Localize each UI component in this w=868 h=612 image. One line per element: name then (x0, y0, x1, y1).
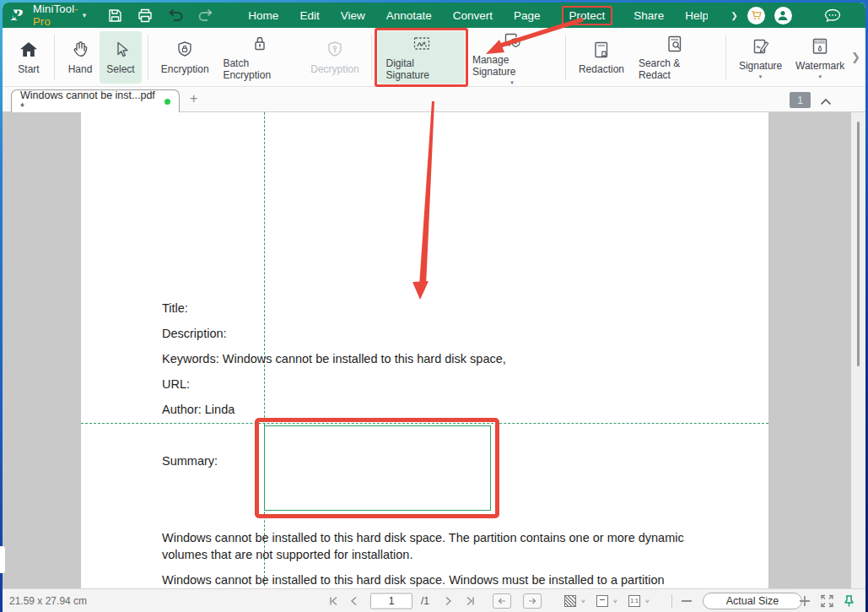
menu-page[interactable]: Page (514, 9, 541, 22)
last-page-button[interactable] (466, 596, 476, 605)
app-window: P MiniTool-Pro ▾ Home Edit View Annotate… (3, 3, 865, 612)
pdf-viewer[interactable]: Title: Description: Keywords: Windows ca… (3, 112, 865, 588)
decryption-label: Decryption (310, 63, 359, 75)
svg-text:MARK: MARK (815, 41, 827, 45)
paragraph: Windows cannot be installed to this hard… (162, 571, 698, 588)
title-bar: P MiniTool-Pro ▾ Home Edit View Annotate… (3, 3, 865, 28)
menu-edit[interactable]: Edit (299, 9, 319, 22)
page-number-badge: 1 (790, 92, 811, 108)
batch-encryption-button[interactable]: Batch Encryption (215, 31, 304, 84)
document-tab-label: Windows cannot be inst...pdf * (20, 89, 158, 113)
signature-pen-icon (750, 35, 772, 57)
next-page-button[interactable] (445, 596, 452, 605)
previous-view-button[interactable] (493, 593, 511, 609)
hand-icon (69, 39, 91, 61)
app-logo-icon: P (10, 7, 27, 24)
toolbar-separator (725, 35, 726, 80)
save-icon (108, 8, 122, 23)
menu-home[interactable]: Home (248, 9, 278, 22)
next-view-button[interactable] (523, 593, 542, 609)
zoom-in-button[interactable] (800, 596, 810, 606)
pin-toolbar-button[interactable] (844, 594, 855, 607)
ribbon-overflow-chevron-icon[interactable]: ❯ (851, 51, 860, 63)
cart-icon (751, 10, 762, 20)
document-tab[interactable]: Windows cannot be inst...pdf * (11, 89, 180, 112)
manage-signature-icon (501, 30, 523, 51)
minimize-button[interactable] (863, 3, 865, 27)
manage-signature-button[interactable]: Manage Signature ▾ (465, 31, 559, 84)
search-redact-icon (664, 33, 686, 55)
feedback-button[interactable] (817, 4, 848, 26)
menu-convert[interactable]: Convert (453, 9, 493, 22)
menu-protect[interactable]: Protect (569, 9, 606, 22)
vertical-scrollbar-thumb[interactable] (857, 122, 860, 366)
page-background-icon[interactable] (564, 595, 576, 607)
first-page-button[interactable] (328, 596, 338, 605)
app-name-main: MiniTool (33, 3, 74, 15)
select-cursor-icon (110, 39, 132, 61)
page-number-input[interactable]: 1 (370, 593, 412, 609)
new-tab-button[interactable]: + (190, 91, 197, 106)
hand-tool-button[interactable]: Hand (61, 31, 100, 84)
shield-lock-icon (174, 39, 196, 61)
print-button[interactable] (130, 4, 160, 26)
summary-label: Summary: (162, 454, 218, 468)
fullscreen-button[interactable] (821, 594, 833, 607)
status-bar: 21.59 x 27.94 cm 1 /1 ˅ ˅ 1:1 ˅ Ac (3, 588, 865, 612)
redo-button[interactable] (191, 4, 221, 26)
digital-signature-button[interactable]: Digital Signature (378, 31, 464, 84)
menu-annotate[interactable]: Annotate (386, 9, 432, 22)
protect-highlight-box: Protect (562, 6, 613, 25)
chevron-up-icon (820, 98, 832, 106)
digital-signature-label: Digital Signature (385, 57, 456, 81)
app-menu-caret-icon[interactable]: ▾ (83, 11, 87, 19)
save-button[interactable] (100, 4, 130, 26)
page-size-label: 21.59 x 27.94 cm (9, 595, 87, 607)
manage-signature-dropdown-icon[interactable]: ▾ (510, 81, 514, 84)
zoom-ratio-icon[interactable]: 1:1 (628, 595, 640, 607)
signature-button[interactable]: Signature ▾ (732, 31, 789, 84)
digital-signature-icon (411, 33, 433, 55)
field-description: Description: (162, 327, 506, 352)
collapse-panel-button[interactable] (820, 94, 832, 109)
undo-button[interactable] (160, 4, 191, 26)
previous-page-button[interactable] (350, 596, 358, 605)
unsaved-indicator-dot (164, 99, 170, 105)
store-button[interactable] (747, 7, 765, 24)
zoom-level-select[interactable]: Actual Size (703, 593, 802, 609)
account-button[interactable] (774, 7, 792, 24)
watermark-label: Watermark (795, 60, 844, 72)
user-avatar-icon (777, 9, 789, 21)
page-background-dropdown-icon[interactable]: ˅ (581, 597, 585, 604)
vertical-scrollbar-track[interactable] (851, 112, 865, 588)
toolbar-separator (54, 35, 55, 80)
page-layout-icon[interactable] (596, 595, 608, 607)
start-button[interactable]: Start (9, 31, 48, 84)
toolbar-separator (565, 35, 566, 80)
menu-share[interactable]: Share (633, 9, 664, 22)
print-icon (137, 8, 153, 23)
encryption-button[interactable]: Encryption (154, 31, 215, 84)
watermark-dropdown-icon[interactable]: ▾ (818, 75, 822, 79)
zoom-out-button[interactable] (682, 599, 692, 602)
zoom-ratio-dropdown-icon[interactable]: ˅ (645, 597, 650, 604)
select-tool-button[interactable]: Select (100, 31, 142, 84)
field-title: Title: (162, 301, 506, 327)
search-redact-label: Search & Redact (639, 57, 712, 81)
page-total-label: /1 (421, 595, 429, 607)
document-body-text: Windows cannot be installed to this hard… (162, 529, 698, 588)
redaction-button[interactable]: Redaction (572, 31, 631, 84)
search-redact-button[interactable]: Search & Redact (631, 31, 720, 84)
menu-overflow-chevron-icon[interactable]: ❯ (731, 11, 737, 20)
encryption-label: Encryption (161, 63, 209, 75)
watermark-button[interactable]: MARK Watermark ▾ (789, 31, 851, 84)
menu-help[interactable]: Help (685, 9, 708, 22)
signature-field-highlight-box (255, 418, 499, 518)
side-panel-handle[interactable] (0, 546, 5, 573)
protect-ribbon: Start Hand Select Encryption Batch Encry… (3, 28, 865, 87)
signature-dropdown-icon[interactable]: ▾ (759, 75, 763, 79)
field-url: URL: (162, 377, 506, 403)
field-keywords: Keywords: Windows cannot be installed to… (162, 352, 506, 377)
page-layout-dropdown-icon[interactable]: ˅ (613, 597, 617, 604)
menu-view[interactable]: View (341, 9, 365, 22)
